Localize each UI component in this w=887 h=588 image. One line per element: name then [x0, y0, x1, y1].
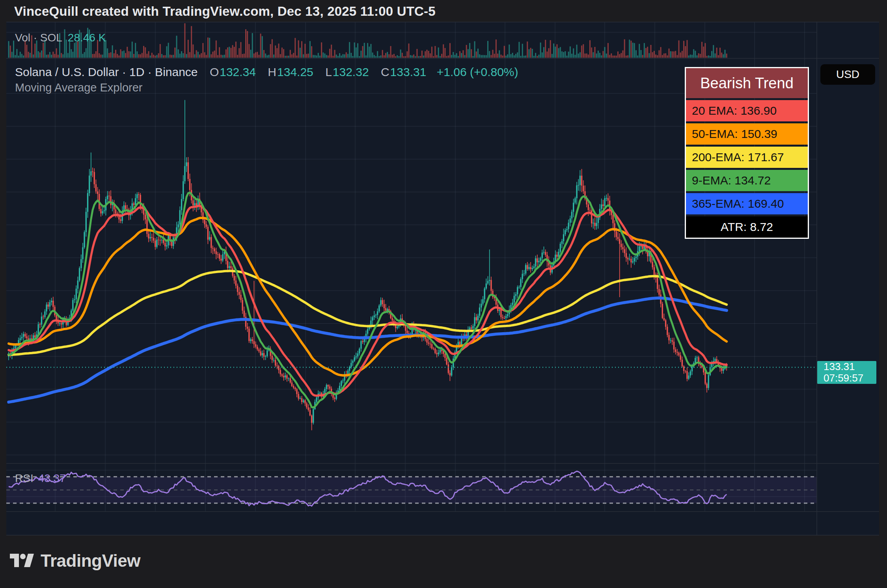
chart-background	[6, 22, 879, 535]
tradingview-chart-page: VinceQuill created with TradingView.com,…	[0, 0, 887, 588]
chart-canvas[interactable]	[0, 0, 887, 588]
currency-usd-button[interactable]: USD	[820, 64, 875, 85]
